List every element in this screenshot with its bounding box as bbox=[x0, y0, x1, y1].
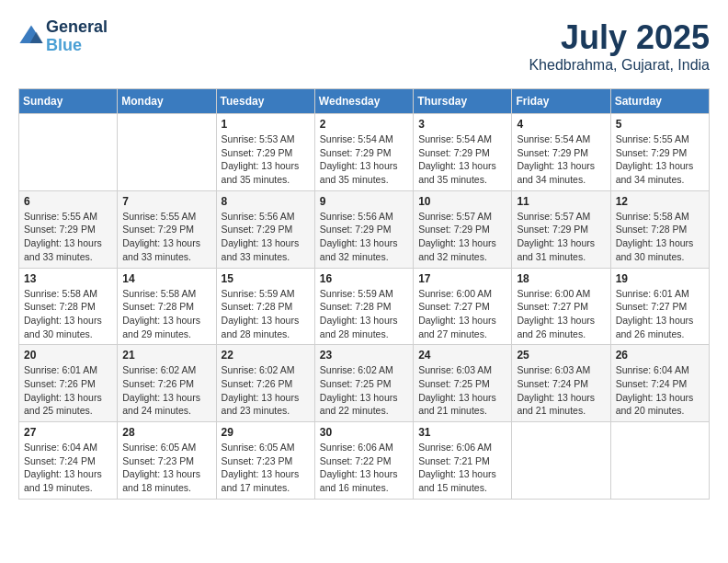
day-info: Sunrise: 5:57 AM Sunset: 7:29 PM Dayligh… bbox=[517, 210, 605, 264]
calendar-cell: 23Sunrise: 6:02 AM Sunset: 7:25 PM Dayli… bbox=[314, 345, 413, 422]
day-info: Sunrise: 6:05 AM Sunset: 7:23 PM Dayligh… bbox=[122, 441, 210, 495]
calendar-cell: 24Sunrise: 6:03 AM Sunset: 7:25 PM Dayli… bbox=[414, 345, 512, 422]
calendar-cell: 9Sunrise: 5:56 AM Sunset: 7:29 PM Daylig… bbox=[314, 190, 413, 268]
calendar-cell: 15Sunrise: 5:59 AM Sunset: 7:28 PM Dayli… bbox=[216, 268, 314, 345]
day-info: Sunrise: 6:03 AM Sunset: 7:24 PM Dayligh… bbox=[517, 363, 605, 418]
day-info: Sunrise: 6:04 AM Sunset: 7:24 PM Dayligh… bbox=[24, 441, 112, 495]
day-number: 28 bbox=[122, 426, 210, 439]
logo: General Blue bbox=[18, 18, 108, 55]
day-number: 26 bbox=[616, 349, 704, 362]
day-number: 25 bbox=[517, 349, 605, 362]
day-info: Sunrise: 6:01 AM Sunset: 7:27 PM Dayligh… bbox=[616, 287, 704, 341]
calendar-cell: 14Sunrise: 5:58 AM Sunset: 7:28 PM Dayli… bbox=[118, 268, 216, 345]
day-info: Sunrise: 6:00 AM Sunset: 7:27 PM Dayligh… bbox=[517, 287, 605, 341]
weekday-header: Thursday bbox=[414, 89, 512, 114]
calendar-week-row: 20Sunrise: 6:01 AM Sunset: 7:26 PM Dayli… bbox=[19, 345, 710, 422]
calendar-cell: 5Sunrise: 5:55 AM Sunset: 7:29 PM Daylig… bbox=[610, 114, 709, 191]
day-number: 31 bbox=[418, 426, 506, 439]
day-number: 17 bbox=[418, 272, 506, 285]
calendar-cell: 17Sunrise: 6:00 AM Sunset: 7:27 PM Dayli… bbox=[414, 268, 512, 345]
page-header: General Blue July 2025 Khedbrahma, Gujar… bbox=[18, 18, 710, 74]
day-number: 20 bbox=[24, 349, 112, 362]
day-info: Sunrise: 6:01 AM Sunset: 7:26 PM Dayligh… bbox=[24, 363, 112, 418]
day-info: Sunrise: 5:54 AM Sunset: 7:29 PM Dayligh… bbox=[418, 132, 506, 187]
calendar-cell: 31Sunrise: 6:06 AM Sunset: 7:21 PM Dayli… bbox=[414, 422, 512, 500]
calendar-cell: 8Sunrise: 5:56 AM Sunset: 7:29 PM Daylig… bbox=[216, 190, 314, 268]
calendar-cell: 1Sunrise: 5:53 AM Sunset: 7:29 PM Daylig… bbox=[216, 114, 314, 191]
day-number: 3 bbox=[418, 118, 506, 131]
calendar-cell: 22Sunrise: 6:02 AM Sunset: 7:26 PM Dayli… bbox=[216, 345, 314, 422]
calendar-cell: 11Sunrise: 5:57 AM Sunset: 7:29 PM Dayli… bbox=[512, 190, 610, 268]
calendar-cell: 6Sunrise: 5:55 AM Sunset: 7:29 PM Daylig… bbox=[19, 190, 118, 268]
calendar-cell: 20Sunrise: 6:01 AM Sunset: 7:26 PM Dayli… bbox=[19, 345, 118, 422]
day-number: 5 bbox=[616, 118, 704, 131]
day-info: Sunrise: 6:06 AM Sunset: 7:22 PM Dayligh… bbox=[320, 441, 408, 495]
day-number: 13 bbox=[24, 272, 112, 285]
day-info: Sunrise: 5:54 AM Sunset: 7:29 PM Dayligh… bbox=[320, 132, 408, 187]
calendar-cell: 25Sunrise: 6:03 AM Sunset: 7:24 PM Dayli… bbox=[512, 345, 610, 422]
day-number: 2 bbox=[320, 118, 408, 131]
day-info: Sunrise: 5:55 AM Sunset: 7:29 PM Dayligh… bbox=[24, 210, 112, 264]
location: Khedbrahma, Gujarat, India bbox=[529, 57, 710, 74]
calendar-cell: 3Sunrise: 5:54 AM Sunset: 7:29 PM Daylig… bbox=[414, 114, 512, 191]
day-info: Sunrise: 5:59 AM Sunset: 7:28 PM Dayligh… bbox=[222, 287, 310, 341]
day-number: 1 bbox=[222, 118, 310, 131]
day-number: 22 bbox=[222, 349, 310, 362]
calendar-cell: 7Sunrise: 5:55 AM Sunset: 7:29 PM Daylig… bbox=[118, 190, 216, 268]
calendar-week-row: 13Sunrise: 5:58 AM Sunset: 7:28 PM Dayli… bbox=[19, 268, 710, 345]
calendar-cell: 13Sunrise: 5:58 AM Sunset: 7:28 PM Dayli… bbox=[19, 268, 118, 345]
calendar-cell: 2Sunrise: 5:54 AM Sunset: 7:29 PM Daylig… bbox=[314, 114, 413, 191]
logo-icon bbox=[18, 24, 44, 50]
day-info: Sunrise: 5:54 AM Sunset: 7:29 PM Dayligh… bbox=[517, 132, 605, 187]
day-number: 10 bbox=[418, 195, 506, 208]
day-number: 12 bbox=[616, 195, 704, 208]
day-info: Sunrise: 5:58 AM Sunset: 7:28 PM Dayligh… bbox=[24, 287, 112, 341]
day-number: 9 bbox=[320, 195, 408, 208]
day-info: Sunrise: 6:02 AM Sunset: 7:25 PM Dayligh… bbox=[320, 363, 408, 418]
weekday-header: Saturday bbox=[610, 89, 709, 114]
day-number: 21 bbox=[122, 349, 210, 362]
calendar-week-row: 27Sunrise: 6:04 AM Sunset: 7:24 PM Dayli… bbox=[19, 422, 710, 500]
day-number: 15 bbox=[222, 272, 310, 285]
day-info: Sunrise: 6:05 AM Sunset: 7:23 PM Dayligh… bbox=[222, 441, 310, 495]
day-number: 29 bbox=[222, 426, 310, 439]
title-block: July 2025 Khedbrahma, Gujarat, India bbox=[529, 18, 710, 74]
calendar-cell: 27Sunrise: 6:04 AM Sunset: 7:24 PM Dayli… bbox=[19, 422, 118, 500]
day-number: 7 bbox=[122, 195, 210, 208]
calendar-header-row: SundayMondayTuesdayWednesdayThursdayFrid… bbox=[19, 89, 710, 114]
day-info: Sunrise: 6:02 AM Sunset: 7:26 PM Dayligh… bbox=[222, 363, 310, 418]
weekday-header: Tuesday bbox=[216, 89, 314, 114]
day-number: 18 bbox=[517, 272, 605, 285]
day-info: Sunrise: 5:59 AM Sunset: 7:28 PM Dayligh… bbox=[320, 287, 408, 341]
calendar-cell: 10Sunrise: 5:57 AM Sunset: 7:29 PM Dayli… bbox=[414, 190, 512, 268]
calendar-cell bbox=[512, 422, 610, 500]
calendar-cell: 18Sunrise: 6:00 AM Sunset: 7:27 PM Dayli… bbox=[512, 268, 610, 345]
calendar-week-row: 1Sunrise: 5:53 AM Sunset: 7:29 PM Daylig… bbox=[19, 114, 710, 191]
day-info: Sunrise: 5:56 AM Sunset: 7:29 PM Dayligh… bbox=[222, 210, 310, 264]
day-info: Sunrise: 5:58 AM Sunset: 7:28 PM Dayligh… bbox=[616, 210, 704, 264]
logo-text: General Blue bbox=[46, 18, 108, 55]
day-info: Sunrise: 6:04 AM Sunset: 7:24 PM Dayligh… bbox=[616, 363, 704, 418]
weekday-header: Monday bbox=[118, 89, 216, 114]
day-number: 23 bbox=[320, 349, 408, 362]
calendar-cell: 12Sunrise: 5:58 AM Sunset: 7:28 PM Dayli… bbox=[610, 190, 709, 268]
day-number: 24 bbox=[418, 349, 506, 362]
weekday-header: Wednesday bbox=[314, 89, 413, 114]
calendar-cell: 19Sunrise: 6:01 AM Sunset: 7:27 PM Dayli… bbox=[610, 268, 709, 345]
day-info: Sunrise: 5:55 AM Sunset: 7:29 PM Dayligh… bbox=[122, 210, 210, 264]
day-info: Sunrise: 5:56 AM Sunset: 7:29 PM Dayligh… bbox=[320, 210, 408, 264]
day-number: 30 bbox=[320, 426, 408, 439]
day-info: Sunrise: 5:58 AM Sunset: 7:28 PM Dayligh… bbox=[122, 287, 210, 341]
calendar-cell bbox=[19, 114, 118, 191]
day-number: 8 bbox=[222, 195, 310, 208]
calendar-cell: 16Sunrise: 5:59 AM Sunset: 7:28 PM Dayli… bbox=[314, 268, 413, 345]
day-number: 6 bbox=[24, 195, 112, 208]
day-info: Sunrise: 5:53 AM Sunset: 7:29 PM Dayligh… bbox=[222, 132, 310, 187]
calendar-cell: 26Sunrise: 6:04 AM Sunset: 7:24 PM Dayli… bbox=[610, 345, 709, 422]
calendar-week-row: 6Sunrise: 5:55 AM Sunset: 7:29 PM Daylig… bbox=[19, 190, 710, 268]
calendar-cell bbox=[118, 114, 216, 191]
day-number: 16 bbox=[320, 272, 408, 285]
day-number: 4 bbox=[517, 118, 605, 131]
calendar-table: SundayMondayTuesdayWednesdayThursdayFrid… bbox=[18, 88, 710, 500]
calendar-cell: 4Sunrise: 5:54 AM Sunset: 7:29 PM Daylig… bbox=[512, 114, 610, 191]
